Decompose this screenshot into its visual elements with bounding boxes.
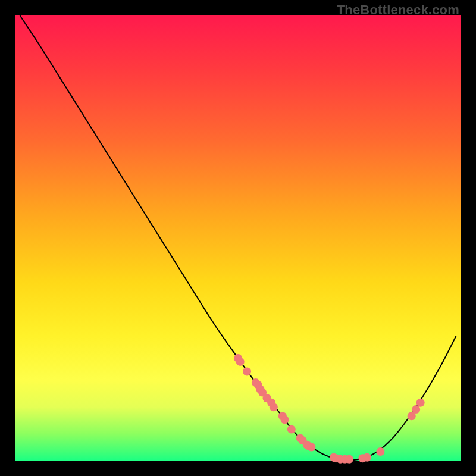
data-point bbox=[345, 455, 353, 464]
data-point bbox=[243, 367, 251, 375]
data-point bbox=[270, 403, 278, 411]
data-point bbox=[363, 453, 371, 462]
data-point bbox=[376, 447, 384, 456]
data-points bbox=[234, 354, 425, 464]
data-point bbox=[416, 399, 425, 407]
watermark-text: TheBottleneck.com bbox=[337, 2, 459, 18]
data-point bbox=[307, 443, 315, 452]
data-point bbox=[236, 358, 245, 366]
curve bbox=[20, 15, 456, 461]
data-point bbox=[281, 415, 289, 424]
chart-frame bbox=[15, 15, 461, 461]
plot-svg bbox=[15, 15, 461, 461]
data-point bbox=[287, 425, 296, 434]
